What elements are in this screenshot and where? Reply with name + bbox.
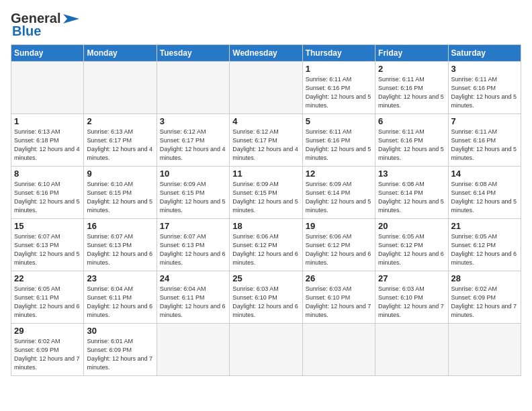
day-info: Sunrise: 6:02 AMSunset: 6:09 PMDaylight:…	[451, 285, 518, 320]
day-number: 19	[306, 221, 372, 231]
calendar-cell: 1Sunrise: 6:13 AMSunset: 6:18 PMDaylight…	[11, 114, 84, 167]
day-number: 3	[160, 116, 226, 126]
day-info: Sunrise: 6:07 AMSunset: 6:13 PMDaylight:…	[160, 232, 226, 267]
day-info: Sunrise: 6:05 AMSunset: 6:11 PMDaylight:…	[14, 285, 81, 320]
calendar-cell: 1Sunrise: 6:11 AMSunset: 6:16 PMDaylight…	[302, 62, 375, 114]
calendar-cell: 28Sunrise: 6:02 AMSunset: 6:09 PMDayligh…	[448, 271, 521, 324]
day-info: Sunrise: 6:05 AMSunset: 6:12 PMDaylight:…	[378, 232, 445, 267]
header: General Blue	[11, 11, 521, 39]
day-number: 11	[232, 169, 299, 179]
calendar-cell: 10Sunrise: 6:09 AMSunset: 6:15 PMDayligh…	[157, 167, 229, 219]
calendar-cell: 23Sunrise: 6:04 AMSunset: 6:11 PMDayligh…	[84, 271, 157, 324]
calendar-cell	[302, 324, 375, 376]
col-header-monday: Monday	[84, 45, 157, 62]
calendar-cell: 14Sunrise: 6:08 AMSunset: 6:14 PMDayligh…	[448, 167, 521, 219]
day-number: 12	[306, 169, 372, 179]
day-info: Sunrise: 6:13 AMSunset: 6:17 PMDaylight:…	[87, 128, 153, 163]
calendar-cell	[230, 324, 302, 376]
calendar-cell	[230, 62, 302, 114]
day-info: Sunrise: 6:11 AMSunset: 6:16 PMDaylight:…	[451, 128, 518, 163]
day-number: 1	[306, 64, 372, 74]
day-number: 2	[87, 116, 153, 126]
calendar-cell	[448, 324, 521, 376]
page: General Blue SundayMondayTuesdayWednesda…	[0, 0, 532, 411]
calendar-cell: 18Sunrise: 6:06 AMSunset: 6:12 PMDayligh…	[230, 219, 302, 271]
col-header-thursday: Thursday	[302, 45, 375, 62]
day-info: Sunrise: 6:03 AMSunset: 6:10 PMDaylight:…	[232, 285, 299, 320]
day-info: Sunrise: 6:03 AMSunset: 6:10 PMDaylight:…	[378, 285, 445, 320]
day-info: Sunrise: 6:04 AMSunset: 6:11 PMDaylight:…	[160, 285, 226, 320]
day-info: Sunrise: 6:09 AMSunset: 6:15 PMDaylight:…	[232, 180, 299, 215]
day-number: 15	[14, 221, 81, 231]
day-number: 23	[87, 273, 153, 283]
day-info: Sunrise: 6:07 AMSunset: 6:13 PMDaylight:…	[87, 232, 153, 267]
day-info: Sunrise: 6:08 AMSunset: 6:14 PMDaylight:…	[378, 180, 445, 215]
col-header-sunday: Sunday	[11, 45, 84, 62]
logo-arrow-icon	[60, 11, 79, 26]
day-info: Sunrise: 6:09 AMSunset: 6:15 PMDaylight:…	[160, 180, 226, 215]
calendar-cell: 27Sunrise: 6:03 AMSunset: 6:10 PMDayligh…	[375, 271, 448, 324]
calendar-cell: 4Sunrise: 6:12 AMSunset: 6:17 PMDaylight…	[230, 114, 302, 167]
calendar-cell: 25Sunrise: 6:03 AMSunset: 6:10 PMDayligh…	[230, 271, 302, 324]
day-info: Sunrise: 6:03 AMSunset: 6:10 PMDaylight:…	[306, 285, 372, 320]
day-info: Sunrise: 6:07 AMSunset: 6:13 PMDaylight:…	[14, 232, 81, 267]
day-number: 29	[14, 326, 81, 336]
calendar-week-0: 1Sunrise: 6:11 AMSunset: 6:16 PMDaylight…	[11, 62, 521, 114]
day-info: Sunrise: 6:06 AMSunset: 6:12 PMDaylight:…	[232, 232, 299, 267]
day-number: 18	[232, 221, 299, 231]
day-info: Sunrise: 6:09 AMSunset: 6:14 PMDaylight:…	[306, 180, 372, 215]
calendar-cell	[84, 62, 157, 114]
day-number: 3	[451, 64, 518, 74]
day-info: Sunrise: 6:11 AMSunset: 6:16 PMDaylight:…	[378, 128, 445, 163]
day-info: Sunrise: 6:13 AMSunset: 6:18 PMDaylight:…	[14, 128, 81, 163]
calendar-cell	[157, 62, 229, 114]
calendar-week-5: 29Sunrise: 6:02 AMSunset: 6:09 PMDayligh…	[11, 324, 521, 376]
day-number: 7	[451, 116, 518, 126]
day-number: 1	[14, 116, 81, 126]
day-info: Sunrise: 6:10 AMSunset: 6:16 PMDaylight:…	[14, 180, 81, 215]
calendar-cell	[11, 62, 84, 114]
calendar-week-3: 15Sunrise: 6:07 AMSunset: 6:13 PMDayligh…	[11, 219, 521, 271]
day-number: 20	[378, 221, 445, 231]
day-info: Sunrise: 6:01 AMSunset: 6:09 PMDaylight:…	[87, 337, 153, 372]
calendar-cell: 2Sunrise: 6:11 AMSunset: 6:16 PMDaylight…	[375, 62, 448, 114]
day-number: 13	[378, 169, 445, 179]
calendar-cell: 21Sunrise: 6:05 AMSunset: 6:12 PMDayligh…	[448, 219, 521, 271]
day-info: Sunrise: 6:05 AMSunset: 6:12 PMDaylight:…	[451, 232, 518, 267]
calendar-cell: 11Sunrise: 6:09 AMSunset: 6:15 PMDayligh…	[230, 167, 302, 219]
logo-blue: Blue	[12, 24, 41, 39]
col-header-wednesday: Wednesday	[230, 45, 302, 62]
svg-marker-0	[63, 14, 79, 24]
calendar-cell: 12Sunrise: 6:09 AMSunset: 6:14 PMDayligh…	[302, 167, 375, 219]
day-info: Sunrise: 6:11 AMSunset: 6:16 PMDaylight:…	[306, 75, 372, 110]
day-info: Sunrise: 6:08 AMSunset: 6:14 PMDaylight:…	[451, 180, 518, 215]
calendar-cell: 16Sunrise: 6:07 AMSunset: 6:13 PMDayligh…	[84, 219, 157, 271]
calendar-cell: 3Sunrise: 6:11 AMSunset: 6:16 PMDaylight…	[448, 62, 521, 114]
calendar-cell: 24Sunrise: 6:04 AMSunset: 6:11 PMDayligh…	[157, 271, 229, 324]
calendar-cell: 8Sunrise: 6:10 AMSunset: 6:16 PMDaylight…	[11, 167, 84, 219]
day-number: 5	[306, 116, 372, 126]
day-info: Sunrise: 6:11 AMSunset: 6:16 PMDaylight:…	[378, 75, 445, 110]
calendar-cell: 2Sunrise: 6:13 AMSunset: 6:17 PMDaylight…	[84, 114, 157, 167]
day-info: Sunrise: 6:12 AMSunset: 6:17 PMDaylight:…	[160, 128, 226, 163]
col-header-tuesday: Tuesday	[157, 45, 229, 62]
calendar-cell: 5Sunrise: 6:11 AMSunset: 6:16 PMDaylight…	[302, 114, 375, 167]
calendar-cell: 15Sunrise: 6:07 AMSunset: 6:13 PMDayligh…	[11, 219, 84, 271]
calendar-cell	[375, 324, 448, 376]
day-info: Sunrise: 6:12 AMSunset: 6:17 PMDaylight:…	[232, 128, 299, 163]
calendar-cell: 13Sunrise: 6:08 AMSunset: 6:14 PMDayligh…	[375, 167, 448, 219]
day-number: 24	[160, 273, 226, 283]
day-number: 10	[160, 169, 226, 179]
calendar-week-1: 1Sunrise: 6:13 AMSunset: 6:18 PMDaylight…	[11, 114, 521, 167]
calendar-cell: 20Sunrise: 6:05 AMSunset: 6:12 PMDayligh…	[375, 219, 448, 271]
calendar-cell: 19Sunrise: 6:06 AMSunset: 6:12 PMDayligh…	[302, 219, 375, 271]
col-header-friday: Friday	[375, 45, 448, 62]
calendar-cell: 30Sunrise: 6:01 AMSunset: 6:09 PMDayligh…	[84, 324, 157, 376]
calendar-cell: 7Sunrise: 6:11 AMSunset: 6:16 PMDaylight…	[448, 114, 521, 167]
logo: General Blue	[11, 11, 79, 39]
day-number: 28	[451, 273, 518, 283]
calendar-week-2: 8Sunrise: 6:10 AMSunset: 6:16 PMDaylight…	[11, 167, 521, 219]
day-number: 6	[378, 116, 445, 126]
day-number: 2	[378, 64, 445, 74]
col-header-saturday: Saturday	[448, 45, 521, 62]
